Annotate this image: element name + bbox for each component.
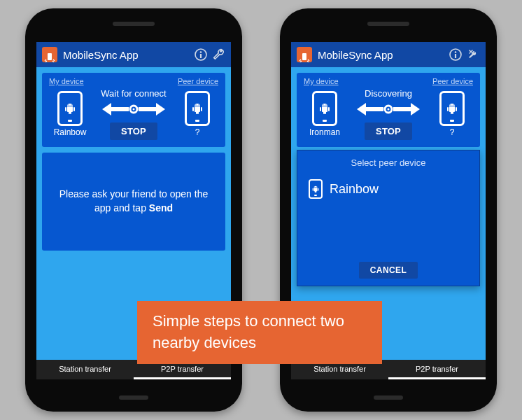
app-logo-icon: [297, 47, 312, 62]
my-device-link[interactable]: My device: [304, 77, 339, 85]
instruction-pre: Please ask your friend to open the app a…: [59, 188, 208, 214]
peer-device: ?: [176, 91, 218, 137]
peer-device-icon: [185, 91, 210, 126]
transfer-arrows-icon: [102, 103, 165, 118]
select-peer-dialog: Select peer device Rainbow CANCEL: [297, 150, 480, 286]
peer-device-icon: [439, 91, 465, 126]
marketing-caption: Simple steps to connect two nearby devic…: [137, 301, 382, 364]
peer-device-link[interactable]: Peer device: [178, 77, 218, 85]
my-device-name: Ironman: [309, 127, 340, 137]
peer-device-link[interactable]: Peer device: [432, 77, 473, 85]
cancel-button[interactable]: CANCEL: [359, 262, 418, 279]
instruction-text: Please ask your friend to open the app a…: [55, 188, 213, 215]
tab-p2p-transfer[interactable]: P2P transfer: [388, 360, 486, 379]
peer-device-name: ?: [195, 127, 200, 137]
my-device: Ironman: [304, 91, 346, 137]
info-icon[interactable]: [449, 48, 462, 61]
pairing-panel: My device Peer device Ironman Discoverin…: [297, 73, 480, 147]
transfer-arrows-icon: [357, 103, 420, 118]
settings-icon[interactable]: [213, 48, 225, 61]
stop-button[interactable]: STOP: [110, 122, 157, 140]
status-text: Wait for connect: [101, 88, 166, 99]
settings-icon[interactable]: [467, 48, 480, 61]
my-device-name: Rainbow: [54, 127, 87, 137]
peer-option-icon: [309, 179, 323, 199]
my-device-link[interactable]: My device: [49, 77, 84, 85]
info-icon[interactable]: [195, 48, 207, 61]
peer-option[interactable]: Rainbow: [306, 176, 471, 202]
my-device-icon: [57, 91, 83, 126]
instruction-bold: Send: [149, 202, 173, 214]
pairing-panel: My device Peer device Rainbow Wait for c…: [42, 73, 225, 147]
my-device: Rainbow: [49, 91, 91, 137]
dialog-title: Select peer device: [306, 158, 471, 168]
status-text: Discovering: [365, 88, 412, 99]
peer-device-name: ?: [450, 127, 455, 137]
app-title: MobileSync App: [63, 49, 189, 61]
tab-station-transfer[interactable]: Station transfer: [36, 360, 134, 379]
peer-option-label: Rainbow: [330, 182, 379, 197]
app-title: MobileSync App: [318, 49, 444, 61]
app-bar: MobileSync App: [36, 42, 231, 67]
app-logo-icon: [42, 47, 57, 62]
message-panel: Please ask your friend to open the app a…: [42, 153, 225, 251]
app-bar: MobileSync App: [291, 42, 486, 67]
stop-button[interactable]: STOP: [365, 122, 412, 140]
peer-device: ?: [431, 91, 473, 137]
my-device-icon: [312, 91, 337, 126]
